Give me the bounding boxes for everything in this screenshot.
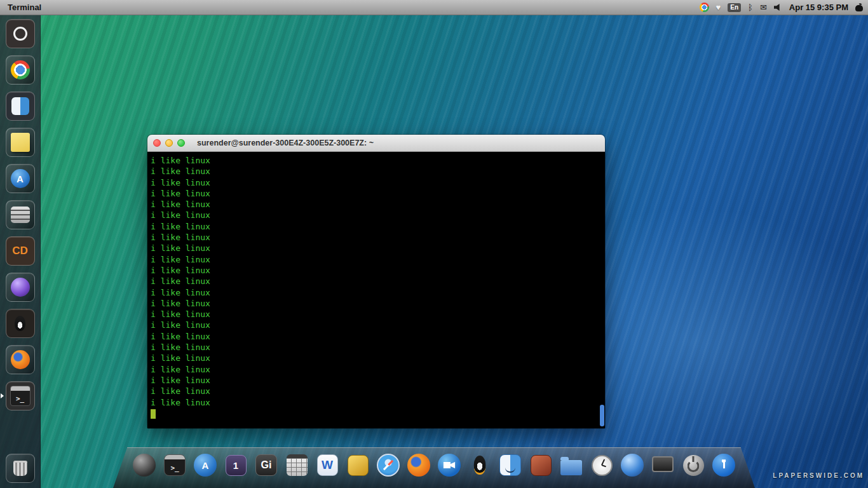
- active-app-title[interactable]: Terminal: [8, 3, 41, 12]
- terminal-line: i like linux: [151, 199, 601, 210]
- apple-menu-icon[interactable]: [855, 3, 863, 11]
- finder-icon[interactable]: [498, 451, 524, 480]
- terminal-line: i like linux: [151, 177, 601, 188]
- safari-icon[interactable]: [376, 451, 402, 480]
- trash-icon[interactable]: [6, 454, 35, 483]
- heart-indicator-icon[interactable]: ♥: [716, 3, 721, 11]
- launcher-row: [0, 454, 40, 483]
- launcher-row: CD: [0, 236, 40, 266]
- tux-penguin-icon[interactable]: [467, 451, 493, 480]
- video-chat-icon[interactable]: [437, 451, 463, 480]
- terminal-line: i like linux: [151, 210, 601, 220]
- chrome-icon[interactable]: [6, 55, 35, 85]
- app-store-icon[interactable]: A: [193, 451, 219, 480]
- icon-art: [164, 454, 186, 476]
- sticky-notes-icon[interactable]: [6, 128, 35, 157]
- scrollbar-thumb[interactable]: [600, 405, 604, 426]
- icon-glyph: [6, 309, 34, 337]
- display-icon[interactable]: [650, 451, 676, 480]
- terminal-line: i like linux: [151, 232, 601, 243]
- terminal-line: i like linux: [151, 298, 601, 309]
- terminal-lines: i like linux i like linux i like linux i…: [151, 155, 601, 408]
- launcher-row: A: [0, 164, 40, 193]
- icon-art: [317, 454, 338, 476]
- clock-icon[interactable]: [589, 451, 615, 480]
- mail-icon[interactable]: ✉: [760, 3, 767, 11]
- terminal-line: i like linux: [151, 221, 601, 232]
- power-icon[interactable]: [681, 451, 707, 480]
- icon-art: [133, 454, 156, 477]
- icon-art: [407, 454, 430, 477]
- launcher-row: [0, 128, 40, 157]
- home-icon[interactable]: [528, 451, 554, 480]
- launcher-row: [0, 345, 40, 374]
- bluetooth-icon[interactable]: ᛒ: [748, 3, 753, 11]
- apple-icon[interactable]: [132, 451, 158, 480]
- accessibility-icon[interactable]: [711, 451, 737, 480]
- launcher-row: >_: [0, 381, 40, 410]
- icon-art: [652, 456, 674, 472]
- close-button[interactable]: [153, 139, 161, 147]
- icon-glyph: [6, 92, 34, 120]
- launcher-items: A CD: [0, 19, 40, 410]
- menu-clock[interactable]: Apr 15 9:35 PM: [789, 3, 848, 12]
- launcher-row: [0, 200, 40, 229]
- icon-glyph: CD: [6, 237, 34, 265]
- menu-bar: Terminal ♥ En ᛒ ✉ Apr 15 9:35 PM: [0, 0, 868, 15]
- icon-art: [560, 460, 582, 475]
- launcher-row: [0, 19, 40, 48]
- terminal-line: i like linux: [151, 309, 601, 320]
- launcher-row: [0, 92, 40, 121]
- icon-art: [255, 454, 277, 476]
- minimize-button[interactable]: [165, 139, 173, 147]
- icon-art: [377, 454, 400, 477]
- terminal-line: i like linux: [151, 155, 601, 166]
- icon-art: [194, 454, 217, 477]
- terminal-line: i like linux: [151, 243, 601, 254]
- settings-icon[interactable]: [6, 200, 35, 229]
- folder-icon[interactable]: [559, 451, 585, 480]
- gimp-icon[interactable]: Gi: [254, 451, 280, 480]
- dash-home-icon[interactable]: [6, 19, 35, 48]
- terminal-line: i like linux: [151, 166, 601, 177]
- terminal-line: i like linux: [151, 386, 601, 396]
- terminal-window: surender@surender-300E4Z-300E5Z-300E7Z: …: [147, 135, 605, 428]
- firefox-icon[interactable]: [6, 345, 35, 374]
- icon-glyph: A: [6, 165, 34, 193]
- maximize-button[interactable]: [177, 139, 185, 147]
- workspace-1-icon[interactable]: 1: [223, 451, 249, 480]
- chrome-indicator-icon[interactable]: [700, 3, 709, 12]
- terminal-line: i like linux: [151, 188, 601, 199]
- firefox-icon[interactable]: [406, 451, 432, 480]
- cd-burner-icon[interactable]: CD: [6, 236, 35, 266]
- terminal-line: i like linux: [151, 265, 601, 276]
- terminal-line: i like linux: [151, 331, 601, 342]
- icon-art: [683, 455, 704, 476]
- icon-art: [499, 454, 521, 476]
- launcher-row: [0, 273, 40, 302]
- launcher-row: [0, 309, 40, 338]
- icon-glyph: [6, 201, 34, 229]
- icon-art: [13, 461, 27, 476]
- terminal-icon[interactable]: >_: [162, 451, 188, 480]
- icon-art: [531, 455, 552, 476]
- keyboard-layout-indicator[interactable]: En: [728, 3, 741, 12]
- finder-icon[interactable]: [6, 92, 35, 121]
- icon-art: [592, 455, 613, 476]
- calculator-icon[interactable]: [284, 451, 310, 480]
- gold-app-icon[interactable]: [345, 451, 371, 480]
- app-store-icon[interactable]: A: [6, 164, 35, 193]
- purple-orb-icon[interactable]: [6, 273, 35, 302]
- icon-glyph: [6, 128, 34, 156]
- window-titlebar[interactable]: surender@surender-300E4Z-300E5Z-300E7Z: …: [147, 135, 605, 152]
- indicator-tray: ♥ En ᛒ ✉ Apr 15 9:35 PM: [700, 3, 863, 12]
- volume-icon[interactable]: [774, 4, 782, 11]
- icon-glyph: [6, 20, 34, 48]
- terminal-icon[interactable]: >_: [6, 381, 35, 410]
- terminal-line: i like linux: [151, 287, 601, 298]
- terminal-output[interactable]: i like linux i like linux i like linux i…: [147, 152, 605, 428]
- writer-icon[interactable]: W: [315, 451, 341, 480]
- blue-sphere-icon[interactable]: [620, 451, 646, 480]
- tux-penguin-icon[interactable]: [6, 309, 35, 338]
- icon-art: [621, 454, 644, 477]
